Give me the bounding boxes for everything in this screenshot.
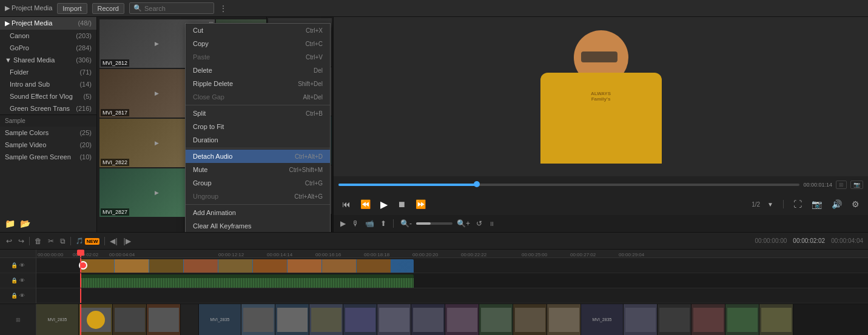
thumb-1[interactable]: [79, 304, 113, 335]
preview-tb-zoom-in[interactable]: 🔍+: [455, 218, 472, 229]
thumb-19[interactable]: [725, 304, 759, 335]
ctx-mute[interactable]: Mute Ctrl+Shift+M: [186, 163, 330, 176]
sidebar-item-sample-video[interactable]: Sample Video (20): [0, 139, 96, 151]
tl-audio-btn[interactable]: 🎵 NEW: [75, 236, 101, 245]
thumb-12[interactable]: [479, 304, 513, 335]
ruler-label-space: [0, 250, 36, 258]
sidebar-item-project-media[interactable]: ▶ Project Media (48/): [0, 17, 96, 30]
fullscreen-button[interactable]: ⛶: [791, 198, 804, 210]
track-label-video: 🔒 👁: [0, 258, 36, 273]
thumb-17[interactable]: [658, 304, 691, 335]
preview-tb-play[interactable]: ▶: [338, 218, 348, 229]
play-button[interactable]: ▶: [378, 197, 390, 211]
tl-redo[interactable]: ↪: [17, 236, 25, 247]
ctx-crop-to-fit[interactable]: Crop to Fit: [186, 120, 330, 133]
tl-sep-1: [29, 237, 30, 245]
volume-button[interactable]: 🔊: [829, 198, 844, 210]
ctx-add-animation[interactable]: Add Animation: [186, 206, 330, 219]
zoom-slider[interactable]: [416, 222, 453, 225]
thumb-13[interactable]: [513, 304, 547, 335]
ctx-group[interactable]: Group Ctrl+G: [186, 176, 330, 190]
preview-tb-cam[interactable]: 📹: [363, 218, 376, 229]
thumb-15[interactable]: MVI_2835: [581, 304, 624, 335]
sample-section-header: Sample: [0, 114, 96, 127]
thumb-0[interactable]: MVI_2835: [36, 304, 79, 335]
sidebar-item-canon[interactable]: Canon (203): [0, 30, 96, 42]
frame-selector[interactable]: ⊞: [836, 181, 847, 189]
ctx-delete[interactable]: Delete Del: [186, 64, 330, 77]
preview-tb-pause-icon[interactable]: ⏸: [489, 221, 495, 227]
ctx-sep-2: [186, 148, 330, 148]
sidebar-item-intro-sub[interactable]: Intro and Sub (14): [0, 78, 96, 90]
panel-actions: 📁 📂: [0, 215, 96, 232]
tl-split-left[interactable]: ◀|: [109, 236, 118, 247]
sidebar-item-sound-effect[interactable]: Sound Effect for Vlog (5): [0, 90, 96, 102]
preview-tb-export[interactable]: ⬆: [378, 218, 388, 229]
tl-undo[interactable]: ↩: [5, 236, 13, 247]
sidebar-item-sample-colors[interactable]: Sample Colors (25): [0, 127, 96, 139]
ctx-split[interactable]: Split Ctrl+B: [186, 107, 330, 120]
speed-dropdown[interactable]: ▼: [765, 200, 776, 209]
tl-delete[interactable]: 🗑: [33, 236, 43, 247]
project-media-label: ▶ Project Media: [5, 4, 52, 12]
preview-tb-zoom-out[interactable]: 🔍-: [399, 218, 414, 229]
record-button[interactable]: Record: [92, 3, 124, 14]
screenshot-btn[interactable]: 📷: [850, 181, 863, 189]
thumb-7[interactable]: [309, 304, 343, 335]
tl-cut[interactable]: ✂: [47, 236, 55, 247]
sidebar-item-green-screen[interactable]: Green Screen Trans (216): [0, 102, 96, 114]
thumb-10[interactable]: [411, 304, 445, 335]
ctx-sep-1: [186, 105, 330, 105]
sidebar-item-sample-green[interactable]: Sample Green Screen (10): [0, 151, 96, 163]
stop-button[interactable]: ⏹: [395, 198, 408, 210]
ctx-cut[interactable]: Cut Ctrl+X: [186, 24, 330, 37]
add-folder-icon[interactable]: 📁: [5, 219, 15, 228]
sidebar-item-gopro[interactable]: GoPro (284): [0, 42, 96, 54]
preview-tb-refresh[interactable]: ↺: [474, 218, 484, 229]
step-back-button[interactable]: ⏪: [358, 198, 373, 210]
strip-label: ⊞: [0, 304, 36, 335]
thumb-16[interactable]: [624, 304, 658, 335]
ctx-duration[interactable]: Duration: [186, 133, 330, 147]
thumb-18[interactable]: [691, 304, 725, 335]
step-forward-button[interactable]: ⏩: [413, 198, 428, 210]
thumb-3[interactable]: [147, 304, 181, 335]
tl-time-end2: 00:00:04:04: [831, 237, 863, 244]
preview-tb-mic[interactable]: 🎙: [350, 218, 361, 229]
tl-split-right[interactable]: |▶: [123, 236, 132, 247]
ctx-copy[interactable]: Copy Ctrl+C: [186, 37, 330, 50]
person-body: ALWAYSFamily's: [540, 73, 662, 164]
import-button[interactable]: Import: [57, 3, 87, 14]
thumb-4[interactable]: MVI_2835: [199, 304, 241, 335]
skip-back-button[interactable]: ⏮: [340, 198, 353, 210]
ctx-paste: Paste Ctrl+V: [186, 50, 330, 64]
ctx-ripple-delete[interactable]: Ripple Delete Shift+Del: [186, 77, 330, 90]
track-playhead-video: [80, 258, 81, 273]
snapshot-button[interactable]: 📷: [809, 198, 824, 210]
left-panel: ▶ Project Media (48/) Canon (203) GoPro …: [0, 17, 97, 232]
search-input[interactable]: [144, 5, 210, 12]
thumb-6[interactable]: [275, 304, 309, 335]
thumb-8[interactable]: [343, 304, 377, 335]
thumb-11[interactable]: [445, 304, 479, 335]
tl-time-end: 00:00:02:02: [793, 237, 825, 244]
thumb-20[interactable]: [759, 304, 793, 335]
ctx-detach-audio[interactable]: Detach Audio Ctrl+Alt+D: [186, 150, 330, 163]
progress-handle[interactable]: [474, 181, 480, 187]
new-folder-icon[interactable]: 📂: [20, 219, 30, 228]
strip-content: MVI_2835 MVI_2835: [36, 304, 868, 335]
ctx-clear-keyframes[interactable]: Clear All Keyframes: [186, 219, 330, 232]
tl-copy[interactable]: ⧉: [59, 236, 67, 247]
progress-bar[interactable]: [338, 184, 799, 186]
thumb-5[interactable]: [241, 304, 275, 335]
timeline-ruler: 00:00:00:00 00:00:02:02 00:00:04:04 00:0…: [36, 250, 868, 258]
audio-clip[interactable]: [80, 274, 414, 288]
thumb-14[interactable]: [547, 304, 581, 335]
sidebar-item-folder[interactable]: Folder (71): [0, 66, 96, 78]
thumb-9[interactable]: [377, 304, 411, 335]
video-clip-main[interactable]: [80, 259, 414, 273]
sidebar-item-shared-media[interactable]: ▼ Shared Media (306): [0, 54, 96, 66]
more-options-icon[interactable]: ⋮: [219, 4, 227, 13]
settings-button[interactable]: ⚙: [849, 198, 862, 210]
thumb-2[interactable]: [113, 304, 147, 335]
